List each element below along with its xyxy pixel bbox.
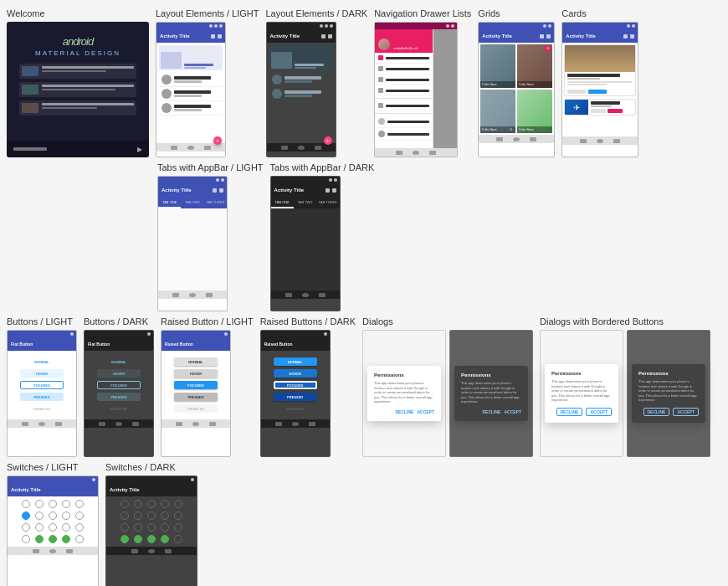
nav-sd2[interactable] [148,549,155,553]
btn-rd-normal[interactable]: NORMAL [274,357,317,366]
nav-rl1[interactable] [176,422,182,426]
btn-rd-hover[interactable]: HOVER [274,369,317,378]
tabs-light-icon2[interactable] [219,188,223,193]
nav-g3[interactable] [530,137,536,141]
drawer-item-trash[interactable] [375,100,433,111]
nav-tl1[interactable] [172,293,179,297]
toolbar-icon-d1[interactable] [321,34,326,39]
radio-l12[interactable] [35,523,44,532]
radio-l2[interactable] [35,500,44,508]
nav-home-dark[interactable] [298,146,305,150]
dialog-bordered-accept-light[interactable]: ACCEPT [586,408,612,416]
dialog-accept-dark[interactable]: ACCEPT [504,409,521,414]
radio-d5[interactable] [174,500,182,508]
radio-l9[interactable] [62,511,70,520]
nav-td3[interactable] [319,293,326,297]
radio-l4[interactable] [62,500,70,508]
radio-d15[interactable] [174,523,182,532]
tabs-light-icon1[interactable] [213,188,217,193]
nav-recent[interactable] [204,146,211,150]
nav-td2[interactable] [302,293,309,297]
card-btn-share[interactable] [567,90,586,94]
nav-g1[interactable] [496,137,503,141]
btn-normal-light[interactable]: NORMAL [20,357,64,366]
nav-tl3[interactable] [206,293,213,297]
card-flight-btn2[interactable] [608,109,623,113]
nav-bd1[interactable] [99,422,105,426]
nav-sd3[interactable] [165,549,172,553]
radio-d3[interactable] [147,500,156,508]
radio-l11[interactable] [22,523,30,532]
nav-g2[interactable] [513,137,520,141]
radio-l20[interactable] [75,535,84,543]
radio-l6[interactable] [22,511,30,520]
nav-bl2[interactable] [38,422,45,426]
radio-d2[interactable] [134,500,142,508]
radio-l17[interactable] [35,535,44,543]
fab-dark[interactable]: + [324,136,332,145]
toolbar-search-icon[interactable] [211,34,215,39]
fab-light[interactable]: + [213,136,222,145]
radio-d12[interactable] [134,523,142,532]
card-btn-explore[interactable] [588,90,607,94]
nav-sl3[interactable] [66,549,73,553]
radio-l19[interactable] [62,535,70,543]
drawer-item-inbox[interactable] [375,53,433,64]
radio-d6[interactable] [120,511,129,520]
drawer-item-sent[interactable] [375,75,433,85]
radio-d8[interactable] [147,511,156,520]
nav-sl1[interactable] [33,549,39,553]
nav-back-dark[interactable] [281,146,288,150]
grids-more-icon[interactable] [546,34,551,39]
toolbar-icon-d2[interactable] [328,34,332,39]
btn-focused-light[interactable]: FOCUSED [20,381,64,389]
nav-recent-dark[interactable] [315,146,321,150]
nav-back[interactable] [171,146,177,150]
btn-pressed-dark[interactable]: PRESSED [97,393,141,401]
tab-one-dark[interactable]: TAB ONE [271,200,294,208]
radio-l1[interactable] [22,500,30,508]
btn-rl-focused[interactable]: FOCUSED [174,381,218,389]
tab-three-dark[interactable]: TAB THREE [316,200,339,208]
tab-two-light[interactable]: TAB TWO [181,200,203,208]
radio-l7[interactable] [35,511,44,520]
btn-normal-dark[interactable]: NORMAL [97,357,141,366]
btn-hover-dark[interactable]: HOVER [97,369,141,378]
nav-btn-3[interactable] [429,151,436,155]
btn-rd-pressed[interactable]: PRESSED [274,393,317,401]
radio-d17[interactable] [134,535,142,543]
radio-d4[interactable] [161,500,169,508]
dialog-decline-dark[interactable]: DECLINE [483,409,501,414]
radio-l18[interactable] [49,535,57,543]
btn-hover-light[interactable]: HOVER [20,369,64,378]
nav-td1[interactable] [285,293,292,297]
radio-d20[interactable] [174,535,182,543]
tabs-dark-icon2[interactable] [332,188,336,193]
card-flight-btn1[interactable] [591,109,606,113]
nav-cards-2[interactable] [597,139,603,143]
nav-bd3[interactable] [132,422,139,426]
tab-one-light[interactable]: TAB ONE [158,200,181,208]
radio-d9[interactable] [161,511,169,520]
nav-cards-3[interactable] [613,139,620,143]
nav-home[interactable] [187,146,194,150]
radio-l14[interactable] [62,523,70,532]
dialog-bordered-accept-dark[interactable]: ACCEPT [673,408,699,416]
radio-l5[interactable] [75,500,84,508]
btn-rl-normal[interactable]: NORMAL [174,357,218,366]
radio-l3[interactable] [49,500,57,508]
radio-l16[interactable] [22,535,30,543]
nav-sd1[interactable] [131,549,138,553]
cards-more-icon[interactable] [630,34,634,39]
tab-three-light[interactable]: TAB THREE [204,200,227,208]
radio-d10[interactable] [174,511,182,520]
nav-rd1[interactable] [275,422,282,426]
nav-rl2[interactable] [192,422,199,426]
dialog-accept-light[interactable]: ACCEPT [417,409,434,414]
drawer-item-contact1[interactable] [375,116,433,128]
nav-rd2[interactable] [292,422,299,426]
tab-two-dark[interactable]: TAB TWO [294,200,316,208]
drawer-item-drafts[interactable] [375,85,433,96]
radio-d7[interactable] [134,511,142,520]
nav-bd2[interactable] [115,422,122,426]
